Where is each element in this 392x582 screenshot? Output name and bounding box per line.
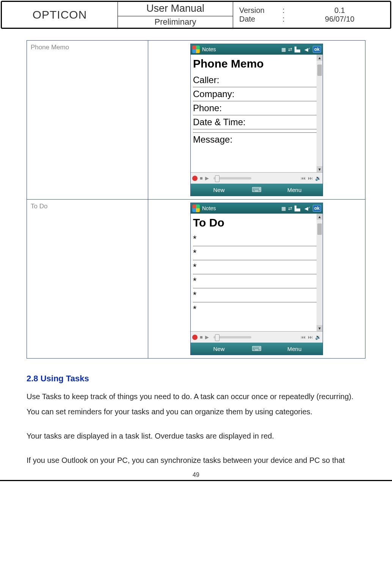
device-screenshot-todo: Notes ▦ ⇄ ▙▖ ◀ᐟ ok To Do * * * * * * — [190, 203, 323, 355]
next-icon[interactable]: ⏭ — [308, 334, 313, 340]
note-line: Phone: — [193, 101, 320, 115]
note-title: To Do — [193, 216, 320, 229]
signal-icon[interactable]: ▙▖ — [295, 206, 302, 211]
softkey-new[interactable]: New — [191, 187, 247, 193]
date-label: Date — [239, 15, 273, 24]
page-header: OPTICON User Manual Preliminary Version … — [1, 1, 391, 29]
section-paragraph: If you use Outlook on your PC, you can s… — [27, 453, 365, 468]
playback-slider[interactable] — [213, 177, 251, 179]
scrollbar[interactable]: ▲ ▼ — [317, 214, 323, 331]
note-line: * — [193, 232, 320, 246]
templates-table: Phone Memo Notes ▦ ⇄ ▙▖ ◀ᐟ ok Phone Memo — [27, 40, 365, 359]
device-status-bar: Notes ▦ ⇄ ▙▖ ◀ᐟ ok — [191, 44, 323, 55]
device-softkeys: New ⌨ Menu — [191, 184, 323, 196]
device-status-bar: Notes ▦ ⇄ ▙▖ ◀ᐟ ok — [191, 203, 323, 214]
note-title: Phone Memo — [193, 57, 320, 70]
ok-button[interactable]: ok — [313, 46, 321, 53]
note-line: * — [193, 274, 320, 288]
table-row: Phone Memo Notes ▦ ⇄ ▙▖ ◀ᐟ ok Phone Memo — [27, 41, 365, 200]
section-paragraph: Your tasks are displayed in a task list.… — [27, 428, 365, 444]
prev-icon[interactable]: ⏮ — [301, 175, 306, 181]
record-icon[interactable] — [192, 176, 198, 181]
softkey-menu[interactable]: Menu — [266, 187, 323, 193]
row-label: Phone Memo — [27, 41, 148, 200]
scrollbar[interactable]: ▲ ▼ — [317, 55, 323, 172]
keyboard-icon[interactable]: ⌨ — [247, 186, 266, 194]
play-icon[interactable]: ▶ — [205, 175, 209, 181]
softkey-menu[interactable]: Menu — [266, 346, 323, 352]
section-paragraph: Use Tasks to keep track of things you ne… — [27, 389, 365, 419]
record-icon[interactable] — [192, 335, 198, 340]
note-line: Company: — [193, 87, 320, 101]
note-line — [193, 129, 320, 133]
start-icon[interactable] — [192, 46, 200, 53]
device-body[interactable]: To Do * * * * * * ▲ ▼ — [191, 214, 323, 331]
note-line: * — [193, 246, 320, 260]
speaker-icon[interactable]: ◀ᐟ — [304, 206, 310, 211]
softkey-new[interactable]: New — [191, 346, 247, 352]
scroll-down-icon[interactable]: ▼ — [317, 325, 323, 331]
status-app-name: Notes — [202, 205, 216, 211]
start-icon[interactable] — [192, 204, 200, 212]
colon: : — [282, 6, 286, 15]
doc-meta: Version : 0.1 Date : 96/07/10 — [233, 2, 390, 28]
doc-title: User Manual — [118, 2, 233, 16]
connection-icon[interactable]: ⇄ — [288, 206, 292, 211]
playback-slider[interactable] — [213, 336, 251, 338]
note-line: * — [193, 260, 320, 274]
signal-icon[interactable]: ▙▖ — [295, 47, 302, 52]
note-line: Caller: — [193, 73, 320, 87]
colon: : — [282, 15, 286, 24]
next-icon[interactable]: ⏭ — [308, 175, 313, 181]
stop-icon[interactable]: ■ — [200, 175, 203, 181]
scroll-down-icon[interactable]: ▼ — [317, 166, 323, 172]
page-number: 49 — [0, 469, 392, 479]
grid-icon[interactable]: ▦ — [281, 47, 286, 52]
prev-icon[interactable]: ⏮ — [301, 334, 306, 340]
note-line: * — [193, 302, 320, 316]
keyboard-icon[interactable]: ⌨ — [247, 344, 266, 353]
ok-button[interactable]: ok — [313, 205, 321, 212]
section-heading: 2.8 Using Tasks — [27, 374, 365, 384]
volume-icon[interactable]: 🔉 — [315, 334, 321, 340]
row-label: To Do — [27, 200, 148, 359]
connection-icon[interactable]: ⇄ — [288, 47, 292, 52]
scroll-up-icon[interactable]: ▲ — [317, 214, 323, 220]
brand-name: OPTICON — [2, 2, 118, 28]
device-softkeys: New ⌨ Menu — [191, 343, 323, 355]
speaker-icon[interactable]: ◀ᐟ — [304, 47, 310, 52]
version-label: Version — [239, 6, 273, 15]
date-value: 96/07/10 — [295, 15, 384, 24]
doc-title-block: User Manual Preliminary — [118, 2, 233, 28]
table-row: To Do Notes ▦ ⇄ ▙▖ ◀ᐟ ok To Do * — [27, 200, 365, 359]
device-toolbar: ■ ▶ ⏮ ⏭ 🔉 — [191, 331, 323, 343]
note-line: * — [193, 288, 320, 302]
doc-subtitle: Preliminary — [154, 16, 196, 28]
device-body[interactable]: Phone Memo Caller: Company: Phone: Date … — [191, 55, 323, 172]
play-icon[interactable]: ▶ — [205, 334, 209, 340]
note-line: Message: — [193, 133, 320, 146]
device-toolbar: ■ ▶ ⏮ ⏭ 🔉 — [191, 172, 323, 184]
grid-icon[interactable]: ▦ — [281, 206, 286, 211]
volume-icon[interactable]: 🔉 — [315, 175, 321, 181]
scroll-up-icon[interactable]: ▲ — [317, 55, 323, 61]
stop-icon[interactable]: ■ — [200, 334, 203, 340]
footer-rule — [0, 480, 392, 481]
version-value: 0.1 — [295, 6, 384, 15]
note-line: Date & Time: — [193, 115, 320, 129]
device-screenshot-phone-memo: Notes ▦ ⇄ ▙▖ ◀ᐟ ok Phone Memo Caller: Co… — [190, 44, 323, 196]
status-app-name: Notes — [202, 46, 216, 52]
